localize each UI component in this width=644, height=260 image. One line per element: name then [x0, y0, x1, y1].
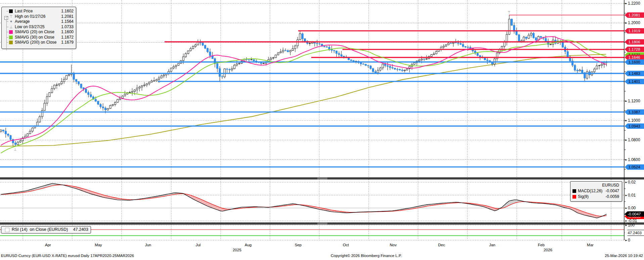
legend-tree-stub	[6, 27, 8, 27]
macd-swatch	[572, 189, 576, 193]
axis-tick-label: ►1.1200	[625, 99, 640, 103]
legend-row-1: Last Price1.1602	[2, 9, 76, 14]
axis-tick-label: ►1.0600	[625, 157, 640, 162]
rsi-value-tag: 47.2403	[625, 230, 644, 236]
axis-tick-label: ►1.0800	[625, 138, 640, 142]
month-label: Mar	[587, 243, 594, 247]
candles-layer	[0, 15, 607, 147]
axis-tick-label: ►0.01	[625, 193, 636, 198]
legend-tree-stub	[6, 11, 8, 11]
high-marker-icon: ⊤	[9, 14, 13, 19]
axis-tick-label: ►1.2200	[625, 1, 640, 6]
legend-value: 1.1600	[61, 30, 74, 34]
month-label: Apr	[45, 243, 51, 247]
axis-tick-label: ►-0.01	[625, 218, 637, 223]
bloomberg-chart-window: − Last Price1.1602⊤High on 01/27/261.208…	[0, 0, 644, 260]
legend-label: SMAVG (20) on Close	[15, 30, 54, 34]
support-price-tag: 1.0943	[625, 123, 644, 129]
rsi-legend: RSI (14) on Close (EURUSD) 47.2403	[1, 226, 91, 233]
rsi-label: RSI (14) on Close (EURUSD)	[12, 227, 68, 232]
legend-tree-stub	[6, 37, 8, 38]
axis-tick-label: ►0	[625, 238, 630, 243]
legend-tree-stub	[6, 16, 8, 17]
legend-value: 1.1564	[61, 19, 74, 24]
axis-tick-label: ►0.00	[625, 206, 636, 210]
price-chart-svg	[0, 0, 644, 260]
legend-label: High on 01/27/26	[15, 14, 45, 19]
legend-value: 1.0733	[61, 24, 74, 29]
rsi-swatch	[5, 228, 9, 232]
footer-security-description: EURUSD Curncy (EUR-USD X-RATE) eurusd Da…	[1, 254, 134, 258]
macd-value: -0.0047	[605, 189, 619, 193]
average-marker-icon: ◆	[9, 19, 13, 24]
year-label: 2025	[233, 248, 241, 252]
footer-timestamp: 25-Mar-2026 10:19:42	[605, 254, 643, 258]
high-marker-icon: ⊤	[508, 10, 511, 14]
axis-tick-label: ►1.2000	[625, 20, 640, 25]
year-label: 2026	[544, 248, 552, 252]
resistance-price-tag: 1.1728	[625, 47, 644, 52]
legend-tree-stub	[6, 42, 8, 43]
sig-swatch	[572, 195, 576, 199]
last-price-swatch	[9, 9, 13, 13]
sma30-swatch	[9, 36, 13, 39]
sma200-swatch	[9, 41, 13, 44]
legend-row-4: ⊥Low on 03/27/251.0733	[2, 24, 76, 30]
legend-label: Low on 03/27/25	[15, 24, 45, 29]
low-marker-icon: ⊥	[9, 24, 13, 29]
macd-legend-row-macd: MACD(12,26) -0.0047	[572, 189, 620, 194]
support-price-tag: 1.1087	[625, 109, 644, 115]
month-label: Dec	[438, 243, 445, 247]
support-price-tag: 1.0524	[625, 164, 644, 170]
legend-label: SMAVG (30) on Close	[15, 35, 54, 40]
month-label: Aug	[245, 243, 251, 247]
legend-label: Average	[15, 19, 30, 24]
axis-tick-label: ►0.02	[625, 180, 636, 185]
month-label: Feb	[538, 243, 545, 247]
month-label: Jun	[145, 243, 151, 247]
month-label: Jan	[489, 243, 496, 247]
resistance-price-tag: 1.1646	[625, 55, 644, 60]
macd-value-tag: -0.0047	[625, 211, 644, 217]
month-label: Sep	[295, 243, 302, 247]
resistance-price-tag: 1.2081	[625, 12, 644, 18]
legend-value: 1.2081	[61, 14, 74, 19]
legend-row-5: SMAVG (20) on Close1.1600	[2, 30, 76, 35]
low-marker-icon: ⊥	[14, 147, 17, 151]
month-label: May	[95, 243, 102, 247]
month-label: Jul	[196, 243, 201, 247]
macd-legend: EURUSD MACD(12,26) -0.0047 Sig(9) -0.005…	[570, 181, 622, 202]
sig-value: -0.0059	[605, 194, 619, 199]
legend-label: SMAVG (200) on Close	[15, 40, 57, 45]
rsi-value: 47.2403	[73, 227, 88, 232]
legend-label: Last Price	[15, 9, 33, 13]
sig-label: Sig(9)	[578, 194, 589, 199]
sma20-swatch	[9, 30, 13, 34]
legend-row-7: SMAVG (200) on Close1.1679	[2, 40, 76, 45]
legend-tree-stub	[6, 21, 8, 22]
macd-legend-row-sig: Sig(9) -0.0059	[572, 194, 620, 199]
legend-row-2: ⊤High on 01/27/261.2081	[2, 14, 76, 19]
legend-row-3: ◆Average1.1564	[2, 19, 76, 24]
resistance-price-tag: 1.1919	[625, 28, 644, 34]
month-label: Oct	[343, 243, 349, 247]
legend-tree-stub	[6, 32, 8, 32]
support-price-tag: 1.1401	[625, 79, 644, 84]
month-label: Nov	[390, 243, 397, 247]
macd-label: MACD(12,26)	[578, 189, 602, 193]
footer-copyright: Copyright© 2026 Bloomberg Finance L.P.	[331, 254, 402, 258]
axis-tick-label: ►1.1000	[625, 118, 640, 123]
study-legend: − Last Price1.1602⊤High on 01/27/261.208…	[1, 7, 76, 49]
legend-value: 1.1602	[61, 9, 74, 13]
sma20-line	[1, 37, 607, 145]
resistance-price-tag: 1.1806	[625, 39, 644, 45]
axis-tick-label: ►100	[625, 223, 635, 227]
support-price-tag: 1.1483	[625, 71, 644, 76]
support-price-tag: 1.1600	[625, 59, 644, 65]
legend-row-6: SMAVG (30) on Close1.1672	[2, 35, 76, 40]
legend-value: 1.1672	[61, 35, 74, 40]
legend-value: 1.1679	[61, 40, 74, 45]
macd-legend-title: EURUSD	[602, 183, 619, 188]
